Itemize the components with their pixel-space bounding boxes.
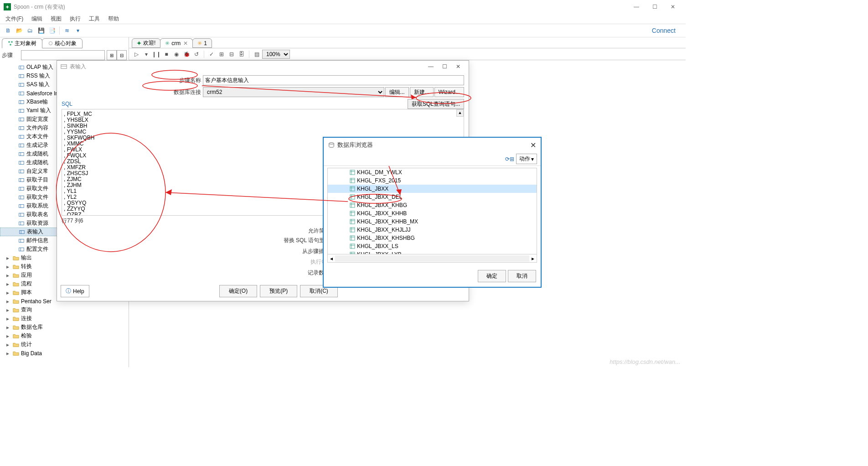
new-button[interactable]: 新建...	[410, 87, 434, 97]
category-folder[interactable]: ▸统计	[0, 340, 129, 349]
maximize-button[interactable]: ☐	[646, 1, 664, 13]
db-cancel-button[interactable]: 取消	[508, 270, 536, 282]
expand-button[interactable]: ⊞	[107, 50, 117, 60]
menubar: 文件(F) 编辑 视图 执行 工具 帮助	[0, 14, 686, 24]
db-table-item[interactable]: KHGL_JBXX_KHJLJJ	[328, 226, 537, 234]
preview-button[interactable]: 预览(P)	[260, 285, 297, 297]
verify-icon[interactable]: ✓	[207, 50, 216, 59]
table-icon	[61, 63, 67, 70]
job-icon: ✳	[197, 40, 202, 47]
db-ok-button[interactable]: 确定	[478, 270, 506, 282]
help-button[interactable]: ⓘHelp	[61, 285, 89, 297]
menu-tools[interactable]: 工具	[85, 14, 103, 24]
dropdown-icon[interactable]: ▾	[73, 26, 83, 36]
db-table-item[interactable]: KHGL_JBXX_LS	[328, 242, 537, 250]
svg-rect-2	[10, 44, 11, 46]
dlg-maximize-icon[interactable]: ☐	[438, 63, 451, 70]
menu-file[interactable]: 文件(F)	[2, 14, 27, 24]
sql-icon[interactable]: ⊟	[227, 50, 236, 59]
svg-rect-34	[19, 196, 24, 199]
collapse-button[interactable]: ⊟	[117, 50, 127, 60]
replay-icon[interactable]: ↺	[192, 50, 201, 59]
horizontal-scrollbar[interactable]: ◂▸	[327, 254, 537, 263]
db-icon[interactable]: ≋	[62, 26, 72, 36]
menu-run[interactable]: 执行	[66, 14, 84, 24]
svg-rect-4	[19, 66, 24, 69]
category-folder[interactable]: ▸检验	[0, 331, 129, 340]
svg-rect-6	[19, 74, 24, 78]
svg-rect-54	[350, 178, 355, 183]
svg-rect-22	[19, 144, 24, 147]
db-table-item[interactable]: KHGL_JBXX_KHHB_MX	[328, 217, 537, 226]
app-icon: ✦	[4, 3, 11, 10]
svg-point-3	[49, 41, 52, 45]
action-dropdown[interactable]: 动作▾	[516, 154, 537, 164]
svg-rect-20	[19, 135, 24, 138]
run-dropdown-icon[interactable]: ▾	[142, 50, 151, 59]
tab-main-tree[interactable]: 主对象树	[2, 38, 42, 48]
refresh-icon[interactable]: ⟳⊞	[505, 156, 514, 162]
dlg-minimize-icon[interactable]: —	[424, 63, 438, 70]
db-table-item[interactable]: KHGL_JBXX_DEL	[328, 193, 537, 201]
connect-link[interactable]: Connect	[645, 27, 683, 34]
db-table-item[interactable]: KHGL_JBXX	[328, 185, 537, 193]
db-table-item[interactable]: KHGL_JBXX_KHHB	[328, 209, 537, 217]
db-close-icon[interactable]: ✕	[530, 141, 536, 150]
svg-rect-72	[350, 228, 355, 232]
save-icon[interactable]: 💾	[36, 26, 46, 36]
db-table-item[interactable]: KHGL_JBXX_KHSHBG	[328, 234, 537, 242]
svg-rect-32	[19, 187, 24, 190]
category-folder[interactable]: ▸数据仓库	[0, 323, 129, 331]
db-conn-select[interactable]: crm52	[203, 87, 384, 97]
svg-rect-78	[350, 244, 355, 249]
menu-help[interactable]: 帮助	[104, 14, 123, 24]
db-table-item[interactable]: KHGL_JBXX_LYB	[328, 250, 537, 254]
stop-icon[interactable]: ■	[162, 50, 171, 59]
category-folder[interactable]: ▸Big Data	[0, 349, 129, 357]
db-table-item[interactable]: KHGL_FXS_2015	[328, 176, 537, 185]
category-folder[interactable]: ▸连接	[0, 314, 129, 323]
tab-welcome[interactable]: ✦ 欢迎!	[132, 38, 160, 48]
show-results-icon[interactable]: ▤	[252, 50, 261, 59]
save-as-icon[interactable]: 📑	[47, 26, 57, 36]
run-icon[interactable]: ▷	[132, 50, 141, 59]
explore-db-icon[interactable]: 🗄	[237, 50, 246, 59]
explore-icon[interactable]: 🗂	[25, 26, 35, 36]
category-folder[interactable]: ▸查询	[0, 305, 129, 314]
tab-crm[interactable]: ✳ crm ✕	[160, 38, 193, 48]
minimize-button[interactable]: —	[627, 1, 646, 13]
close-button[interactable]: ✕	[664, 1, 682, 13]
menu-view[interactable]: 视图	[47, 14, 65, 24]
get-sql-button[interactable]: 获取SQL查询语句...	[408, 99, 464, 109]
impact-icon[interactable]: ⊞	[217, 50, 226, 59]
svg-rect-8	[19, 83, 24, 86]
preview-icon[interactable]: ◉	[172, 50, 181, 59]
db-table-item[interactable]: KHGL_DM_YWLX	[328, 168, 537, 176]
db-table-item[interactable]: KHGL_JBXX_KHBG	[328, 201, 537, 209]
tab-close-icon[interactable]: ✕	[183, 40, 188, 47]
step-name-label: 步骤名称	[62, 77, 203, 84]
edit-button[interactable]: 编辑...	[385, 87, 409, 97]
svg-rect-57	[350, 186, 355, 191]
ok-button[interactable]: 确定(O)	[219, 285, 257, 297]
tab-core-objects[interactable]: 核心对象	[42, 38, 83, 48]
db-table-list[interactable]: KHGL_DM_YWLXKHGL_FXS_2015KHGL_JBXXKHGL_J…	[327, 168, 537, 254]
tab-1[interactable]: ✳ 1	[192, 38, 212, 48]
scroll-up-icon[interactable]: ▲	[456, 109, 464, 117]
svg-rect-14	[19, 109, 24, 112]
svg-rect-18	[19, 126, 24, 129]
new-file-icon[interactable]: 🗎	[3, 26, 13, 36]
zoom-select[interactable]: 100%	[262, 50, 290, 59]
debug-icon[interactable]: 🐞	[182, 50, 191, 59]
menu-edit[interactable]: 编辑	[28, 14, 46, 24]
pause-icon[interactable]: ❙❙	[152, 50, 161, 59]
svg-rect-24	[19, 152, 24, 155]
open-icon[interactable]: 📂	[14, 26, 24, 36]
wizard-button[interactable]: Wizard...	[434, 87, 464, 97]
svg-point-50	[329, 143, 334, 145]
search-label: 步骤	[2, 52, 19, 59]
step-name-input[interactable]	[203, 75, 464, 85]
dlg-close-icon[interactable]: ✕	[451, 63, 465, 70]
svg-rect-46	[19, 248, 24, 251]
search-input[interactable]	[21, 50, 105, 60]
